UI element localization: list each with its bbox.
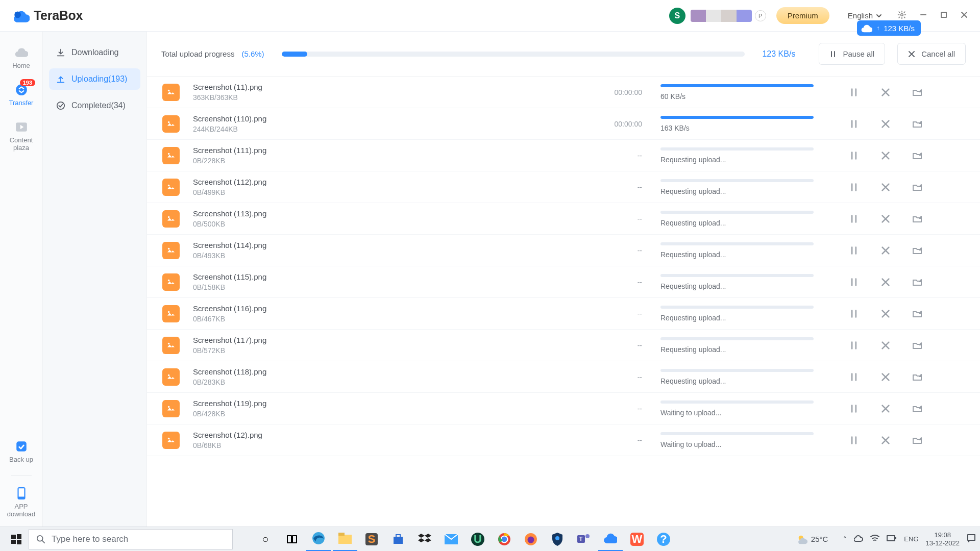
rail-home[interactable]: Home	[0, 41, 42, 78]
promo-banner[interactable]	[691, 10, 752, 22]
pause-file-button[interactable]	[849, 372, 859, 382]
tb-app-u[interactable]: U	[465, 527, 490, 552]
pause-file-button[interactable]	[849, 183, 859, 192]
pause-file-button[interactable]	[849, 309, 859, 318]
cancel-file-button[interactable]	[881, 214, 890, 223]
pause-file-button[interactable]	[849, 278, 859, 287]
pause-file-button[interactable]	[849, 214, 859, 223]
open-folder-button[interactable]	[913, 341, 922, 350]
file-eta: --	[581, 436, 642, 444]
cancel-file-button[interactable]	[881, 246, 890, 255]
tray-clock[interactable]: 19:08 13-12-2022	[926, 531, 960, 547]
open-folder-button[interactable]	[913, 372, 922, 382]
tb-firefox[interactable]	[519, 527, 543, 552]
pause-file-button[interactable]	[849, 88, 859, 97]
tray-notifications[interactable]	[967, 534, 976, 544]
tray-wifi[interactable]	[870, 535, 879, 543]
cancel-file-button[interactable]	[881, 278, 890, 287]
pause-file-button[interactable]	[849, 404, 859, 413]
cancel-file-button[interactable]	[881, 436, 890, 445]
cancel-file-button[interactable]	[881, 183, 890, 192]
settings-icon[interactable]	[897, 10, 906, 21]
tray-battery[interactable]	[887, 535, 897, 543]
pause-file-button[interactable]	[849, 341, 859, 350]
file-meta: Screenshot (12).png 0B/68KB	[193, 431, 581, 449]
rail-transfer[interactable]: 193 Transfer	[0, 78, 42, 115]
rail-content-plaza[interactable]: Contentplaza	[0, 115, 42, 160]
minimize-button[interactable]	[920, 11, 927, 20]
pause-all-button[interactable]: Pause all	[819, 43, 885, 65]
open-folder-button[interactable]	[913, 119, 922, 129]
tab-completed[interactable]: Completed(34)	[49, 95, 140, 116]
open-folder-button[interactable]	[913, 151, 922, 160]
cancel-file-button[interactable]	[881, 404, 890, 413]
file-eta: --	[581, 373, 642, 381]
premium-button[interactable]: Premium	[776, 7, 829, 24]
cancel-file-button[interactable]	[881, 341, 890, 350]
file-size: 0B/572KB	[193, 346, 581, 355]
user-avatar[interactable]: S	[669, 8, 685, 24]
p-badge[interactable]: P	[755, 10, 766, 21]
file-progress: Requesting upload...	[660, 147, 814, 164]
tb-mail[interactable]	[439, 527, 463, 552]
taskbar-weather[interactable]: 25°C	[797, 534, 828, 545]
tb-taskview[interactable]	[280, 527, 304, 552]
tab-downloading[interactable]: Downloading	[49, 42, 140, 63]
tb-wps[interactable]: W	[625, 527, 649, 552]
tb-security[interactable]	[545, 527, 570, 552]
tb-store[interactable]	[386, 527, 410, 552]
open-folder-button[interactable]	[913, 404, 922, 413]
cancel-file-button[interactable]	[881, 151, 890, 160]
tb-sublime[interactable]: S	[359, 527, 384, 552]
file-size: 0B/500KB	[193, 220, 581, 228]
pause-file-button[interactable]	[849, 119, 859, 129]
upload-row: Screenshot (110).png 244KB/244KB 00:00:0…	[147, 108, 980, 140]
tb-teams[interactable]: T	[572, 527, 596, 552]
tray-chevron[interactable]: ˄	[843, 535, 847, 543]
rail-backup[interactable]: Back up	[0, 435, 42, 472]
open-folder-button[interactable]	[913, 214, 922, 223]
open-folder-button[interactable]	[913, 436, 922, 445]
tray-onedrive[interactable]	[854, 535, 863, 543]
tb-edge[interactable]	[306, 527, 331, 552]
svg-point-16	[168, 184, 170, 186]
close-button[interactable]	[961, 11, 968, 20]
tray-language[interactable]: ENG	[904, 535, 918, 543]
download-icon	[56, 48, 65, 57]
file-size: 0B/467KB	[193, 315, 581, 323]
file-image-icon	[162, 147, 180, 164]
cancel-file-button[interactable]	[881, 119, 890, 129]
cancel-file-button[interactable]	[881, 372, 890, 382]
svg-point-26	[168, 342, 170, 344]
cancel-file-button[interactable]	[881, 88, 890, 97]
open-folder-button[interactable]	[913, 246, 922, 255]
file-image-icon	[162, 179, 180, 196]
tb-help[interactable]: ?	[651, 527, 676, 552]
pause-file-button[interactable]	[849, 436, 859, 445]
avatar-initial: S	[674, 11, 680, 20]
rail-app-download[interactable]: APPdownload	[0, 482, 42, 527]
file-actions	[849, 309, 922, 318]
svg-rect-7	[18, 488, 24, 496]
maximize-button[interactable]	[940, 11, 947, 20]
taskbar-search[interactable]: Type here to search	[29, 529, 233, 549]
open-folder-button[interactable]	[913, 309, 922, 318]
open-folder-button[interactable]	[913, 183, 922, 192]
start-button[interactable]	[4, 527, 29, 552]
tb-cortana[interactable]: ○	[253, 527, 278, 552]
pause-file-button[interactable]	[849, 151, 859, 160]
tab-uploading[interactable]: Uploading(193)	[49, 68, 140, 90]
tb-chrome[interactable]	[492, 527, 517, 552]
language-selector[interactable]: English	[848, 11, 882, 20]
file-status: Requesting upload...	[660, 156, 814, 164]
cancel-file-button[interactable]	[881, 309, 890, 318]
pause-file-button[interactable]	[849, 246, 859, 255]
cancel-all-button[interactable]: Cancel all	[897, 43, 966, 65]
open-folder-button[interactable]	[913, 88, 922, 97]
tb-explorer[interactable]	[333, 527, 357, 552]
open-folder-button[interactable]	[913, 278, 922, 287]
tb-dropbox[interactable]	[412, 527, 437, 552]
app-logo[interactable]: TeraBox	[12, 8, 83, 23]
tb-terabox[interactable]	[598, 527, 623, 552]
upload-rows[interactable]: Screenshot (11).png 363KB/363KB 00:00:00…	[147, 77, 980, 527]
